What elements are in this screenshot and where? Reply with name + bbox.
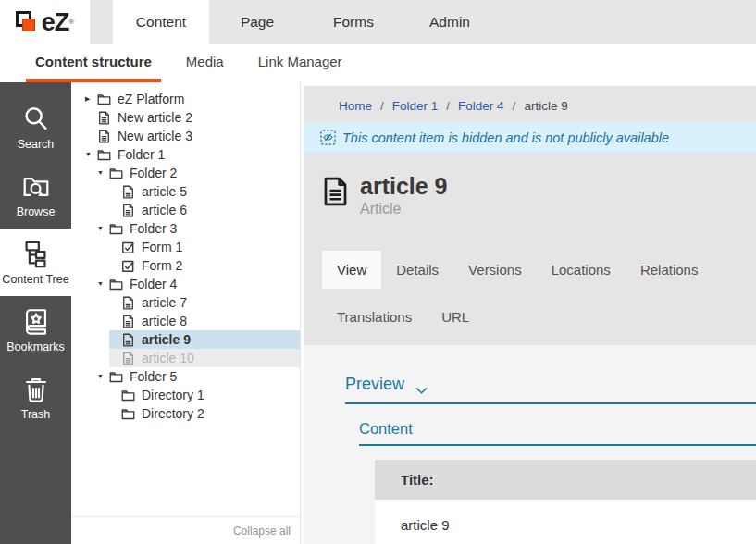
icon-sidebar: Search Browse Content Tree Bookmarks Tra… xyxy=(0,82,71,544)
chevron-down-icon xyxy=(415,380,428,389)
tab-locations[interactable]: Locations xyxy=(537,251,626,289)
top-tab-page[interactable]: Page xyxy=(209,0,305,44)
tab-translations[interactable]: Translations xyxy=(322,298,427,336)
breadcrumb-folder-4[interactable]: / Folder 4 xyxy=(438,99,503,113)
tree-item-new-article-3[interactable]: New article 3 xyxy=(71,127,300,145)
tree-item-article-6[interactable]: article 6 xyxy=(71,201,300,219)
ez-logo[interactable]: eZ ® xyxy=(0,0,90,44)
tree-item-row: ▼ Folder 5 xyxy=(97,367,300,386)
top-tab-label: Content xyxy=(136,14,186,31)
tree-item-folder-4[interactable]: ▼ Folder 4 xyxy=(71,275,300,293)
article-icon xyxy=(97,130,111,143)
tree-item-ez-platform[interactable]: ▶ eZ Platform xyxy=(71,90,300,108)
tree-item-article-8[interactable]: article 8 xyxy=(71,312,300,330)
tree-item-label: article 5 xyxy=(142,184,187,199)
tree-item-folder-5[interactable]: ▼ Folder 5 xyxy=(71,367,300,386)
top-bar: eZ ® Content Page Forms Admin xyxy=(0,0,756,44)
sidebar-item-label: Content Tree xyxy=(2,273,68,286)
sidebar-item-bookmarks[interactable]: Bookmarks xyxy=(0,296,71,364)
tree-item-new-article-2[interactable]: New article 2 xyxy=(71,108,300,127)
top-tab-content[interactable]: Content xyxy=(113,0,209,44)
tab-relations[interactable]: Relations xyxy=(626,251,713,289)
tree-item-article-9[interactable]: article 9 xyxy=(71,330,300,349)
breadcrumb-link[interactable]: article 9 xyxy=(524,99,567,113)
tab-label: URL xyxy=(441,309,469,325)
sidebar-item-search[interactable]: Search xyxy=(0,93,71,161)
breadcrumb-separator: / xyxy=(513,99,516,113)
tree-item-folder-2[interactable]: ▼ Folder 2 xyxy=(71,164,300,182)
tree-item-row: article 7 xyxy=(109,293,300,312)
alert-text: This content item is hidden and is not p… xyxy=(342,130,669,145)
breadcrumb-home[interactable]: Home xyxy=(339,99,372,113)
preview-divider xyxy=(345,402,756,404)
tab-label: Versions xyxy=(468,262,522,278)
tree-item-folder-3[interactable]: ▼ Folder 3 xyxy=(71,219,300,238)
tree-item-article-10[interactable]: article 10 xyxy=(71,349,300,367)
tree-item-row: ▼ Folder 2 xyxy=(97,164,300,182)
tree-item-label: Directory 1 xyxy=(142,388,204,402)
expand-arrow-icon[interactable]: ▼ xyxy=(97,367,109,386)
tree-item-form-1[interactable]: Form 1 xyxy=(71,238,300,256)
subnav-media[interactable]: Media xyxy=(177,44,233,82)
browse-icon xyxy=(20,171,52,203)
tree-item-directory-1[interactable]: Directory 1 xyxy=(71,386,300,404)
tree-item-row: ▼ Folder 3 xyxy=(97,219,300,238)
folder-icon xyxy=(121,389,135,402)
subnav-item-label: Link Manager xyxy=(258,54,342,69)
tree-item-article-7[interactable]: article 7 xyxy=(71,293,300,312)
preview-toggle[interactable]: Preview xyxy=(345,375,756,394)
tree-item-row: article 6 xyxy=(109,201,300,219)
tree-item-row: ▼ Folder 1 xyxy=(85,145,300,164)
sidebar-item-content-tree[interactable]: Content Tree xyxy=(0,229,71,296)
tab-view[interactable]: View xyxy=(322,251,381,289)
expand-arrow-icon[interactable]: ▼ xyxy=(97,275,109,293)
top-tab-forms[interactable]: Forms xyxy=(305,0,402,44)
tree-item-row: article 8 xyxy=(109,312,300,330)
top-tab-admin[interactable]: Admin xyxy=(402,0,498,44)
tree-item-directory-2[interactable]: Directory 2 xyxy=(71,404,300,423)
tab-versions[interactable]: Versions xyxy=(453,251,537,289)
tree-item-folder-1[interactable]: ▼ Folder 1 xyxy=(71,145,300,164)
tree-item-label: Directory 2 xyxy=(142,406,204,421)
expand-arrow-icon[interactable]: ▼ xyxy=(97,219,109,238)
breadcrumb-link[interactable]: Home xyxy=(339,99,372,113)
sidebar-item-browse[interactable]: Browse xyxy=(0,161,71,229)
expand-arrow-icon[interactable]: ▶ xyxy=(85,90,97,108)
top-tab-label: Admin xyxy=(429,14,470,31)
breadcrumb-link[interactable]: Folder 1 xyxy=(392,99,439,113)
breadcrumb-separator: / xyxy=(380,99,384,113)
tree-item-label: article 9 xyxy=(142,332,191,347)
expand-arrow-icon[interactable]: ▼ xyxy=(85,145,97,164)
tree-item-row: ▼ Folder 4 xyxy=(97,275,300,293)
tree-item-form-2[interactable]: Form 2 xyxy=(71,256,300,275)
collapse-all-button[interactable]: Collapse all xyxy=(71,516,300,544)
article-icon xyxy=(121,315,135,328)
folder-icon xyxy=(109,370,123,384)
tree-item-row: New article 3 xyxy=(85,127,300,145)
content-title-row: article 9 Article xyxy=(304,153,756,240)
article-icon xyxy=(320,173,351,210)
tab-url[interactable]: URL xyxy=(427,298,484,336)
article-icon xyxy=(121,185,135,199)
tree-item-label: New article 2 xyxy=(118,110,192,125)
expand-arrow-icon[interactable]: ▼ xyxy=(97,164,109,182)
breadcrumb-link[interactable]: Folder 4 xyxy=(458,99,504,113)
folder-icon xyxy=(121,407,135,421)
sidebar-item-trash[interactable]: Trash xyxy=(0,364,71,431)
sidebar-item-label: Bookmarks xyxy=(6,340,65,353)
breadcrumb-article-9[interactable]: / article 9 xyxy=(504,99,568,113)
tree-item-label: Folder 3 xyxy=(130,221,177,236)
logo-text: eZ xyxy=(42,8,69,37)
breadcrumb-folder-1[interactable]: / Folder 1 xyxy=(372,99,438,113)
content-tabs: View Details Versions Locations Relation… xyxy=(304,240,756,345)
page-title: article 9 xyxy=(360,173,448,199)
article-icon xyxy=(121,333,135,347)
subnav-link-manager[interactable]: Link Manager xyxy=(249,44,352,82)
logo-square-orange xyxy=(22,19,35,31)
folder-icon xyxy=(97,93,111,106)
tab-details[interactable]: Details xyxy=(381,251,453,289)
subnav-content-structure[interactable]: Content structure xyxy=(26,44,161,82)
tree-item-article-5[interactable]: article 5 xyxy=(71,182,300,201)
content-section-divider xyxy=(359,444,756,446)
tree-item-label: Folder 4 xyxy=(130,277,177,291)
